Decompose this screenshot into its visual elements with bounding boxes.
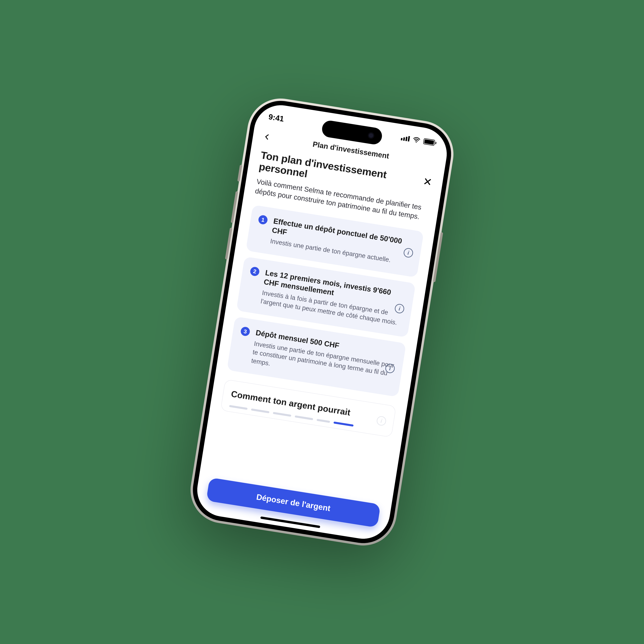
stage: 9:41 [0,0,644,644]
phone-mockup: 9:41 [186,94,458,550]
svg-point-0 [416,142,417,143]
step-number-badge: 1 [258,215,268,225]
close-button[interactable] [423,177,432,186]
status-time: 9:41 [268,112,284,123]
status-right [400,134,437,147]
battery-icon [423,138,437,146]
phone-bezel: 9:41 [188,96,455,548]
step-number-badge: 2 [250,266,260,277]
back-button[interactable] [263,133,271,141]
step-number-badge: 3 [240,326,251,337]
cellular-icon [401,135,410,142]
mute-switch [237,165,242,182]
screen: 9:41 [193,101,451,543]
deposit-button-label: Déposer de l'argent [256,492,331,513]
steps-list: 1 Effectue un dépôt ponctuel de 50'000 C… [227,205,424,397]
content: Plan d'investissement Ton plan d'investi… [193,101,451,543]
wifi-icon [412,136,421,144]
phone-frame: 9:41 [186,94,458,550]
